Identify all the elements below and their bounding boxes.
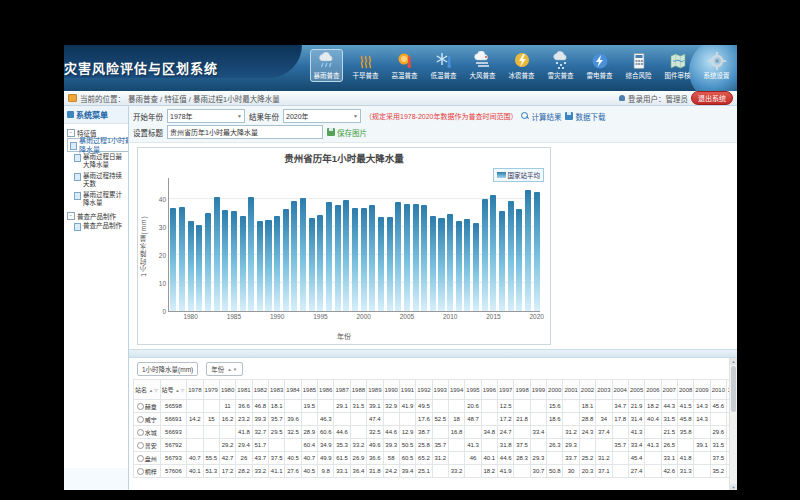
radio-icon[interactable]: [137, 403, 144, 410]
sidebar-item[interactable]: 暴雨过程持续天数: [67, 171, 127, 190]
bar-2007[interactable]: [421, 205, 427, 311]
col-year-2005[interactable]: 2005: [628, 380, 644, 400]
module-1[interactable]: 暴雨普查: [310, 49, 343, 82]
col-year-1994[interactable]: 1994: [448, 380, 464, 400]
bar-2018[interactable]: [516, 209, 522, 311]
module-9[interactable]: 综合风险: [622, 49, 655, 82]
sidebar-item[interactable]: 暴雨过程1小时最大降水量: [67, 138, 129, 152]
bar-1987[interactable]: [248, 197, 254, 311]
bar-1982[interactable]: [205, 213, 211, 311]
bar-1997[interactable]: [335, 205, 341, 311]
col-year-2008[interactable]: 2008: [677, 380, 693, 400]
col-year-1995[interactable]: 1995: [465, 380, 481, 400]
bar-2005[interactable]: [404, 204, 410, 311]
station-name[interactable]: 水城: [134, 426, 161, 439]
bar-1983[interactable]: [214, 197, 220, 311]
bar-1980[interactable]: [188, 221, 194, 311]
logout-button[interactable]: 退出系统: [691, 91, 733, 105]
col-year-1993[interactable]: 1993: [432, 380, 448, 400]
bar-1992[interactable]: [291, 201, 297, 311]
radio-icon[interactable]: [137, 468, 144, 475]
bar-2015[interactable]: [490, 195, 496, 311]
bar-2012[interactable]: [464, 219, 470, 311]
col-year-2001[interactable]: 2001: [563, 380, 579, 400]
bar-1985[interactable]: [231, 211, 237, 312]
col-year-2003[interactable]: 2003: [596, 380, 612, 400]
splitter-bar[interactable]: [129, 349, 737, 358]
bar-1991[interactable]: [283, 209, 289, 311]
calculate-button[interactable]: 计算结果: [521, 111, 561, 122]
table-row[interactable]: 威宁5669114.21516.223.239.335.739.646.347.…: [134, 413, 738, 426]
bar-1994[interactable]: [309, 218, 315, 311]
col-year-1985[interactable]: 1985: [301, 380, 317, 400]
radio-icon[interactable]: [137, 416, 144, 423]
module-8[interactable]: 雷电普查: [583, 49, 616, 82]
sidebar-item[interactable]: 暴雨过程日最大降水量: [67, 152, 127, 171]
col-year-1981[interactable]: 1981: [236, 380, 252, 400]
bar-2011[interactable]: [456, 221, 462, 311]
breadcrumb[interactable]: 暴雨普查 / 特征值 / 暴雨过程1小时最大降水量: [128, 93, 280, 104]
bar-1988[interactable]: [257, 221, 263, 311]
col-year-1989[interactable]: 1989: [367, 380, 383, 400]
start-year-select[interactable]: 1978年 ▼: [167, 109, 245, 123]
module-2[interactable]: 干旱普查: [349, 49, 382, 82]
module-10[interactable]: 图件审核: [661, 49, 694, 82]
station-name[interactable]: 盘州: [134, 452, 161, 465]
module-7[interactable]: 雪灾普查: [544, 49, 577, 82]
bar-2000[interactable]: [361, 208, 367, 311]
vertical-scrollbar[interactable]: ▲ ▼: [729, 358, 737, 490]
col-year-1978[interactable]: 1978: [187, 380, 203, 400]
save-image-button[interactable]: 保存图片: [327, 127, 367, 138]
bar-1993[interactable]: [300, 198, 306, 311]
bar-2020[interactable]: [534, 192, 540, 311]
bar-2010[interactable]: [447, 214, 453, 311]
bar-1998[interactable]: [343, 200, 349, 311]
bar-2019[interactable]: [525, 190, 531, 311]
col-station-id[interactable]: 站号 ▲▽: [160, 380, 187, 400]
col-year-1983[interactable]: 1983: [268, 380, 284, 400]
col-year-2000[interactable]: 2000: [547, 380, 563, 400]
bar-2008[interactable]: [430, 216, 436, 311]
bar-1978[interactable]: [170, 208, 176, 311]
bar-2002[interactable]: [378, 217, 384, 311]
col-year-1988[interactable]: 1988: [350, 380, 366, 400]
bar-2004[interactable]: [395, 202, 401, 311]
col-station-name[interactable]: 站名 ▲▽: [134, 380, 161, 400]
table-row[interactable]: 普安5679229.229.451.760.434.935.333.249.63…: [134, 439, 738, 452]
scrollbar-thumb[interactable]: [731, 366, 736, 412]
year-filter[interactable]: 年份 ▲▼: [206, 362, 243, 376]
station-name[interactable]: 威宁: [134, 413, 161, 426]
col-year-1979[interactable]: 1979: [203, 380, 219, 400]
bar-1989[interactable]: [265, 220, 271, 311]
col-year-1998[interactable]: 1998: [514, 380, 530, 400]
col-year-2010[interactable]: 2010: [710, 380, 726, 400]
chart-title-input[interactable]: 贵州省历年1小时最大降水量: [167, 125, 323, 139]
bar-1996[interactable]: [326, 202, 332, 311]
bar-2017[interactable]: [508, 201, 514, 311]
collapse-icon[interactable]: −: [67, 212, 75, 220]
collapse-icon[interactable]: −: [67, 129, 75, 137]
module-6[interactable]: 冰雹普查: [505, 49, 538, 82]
col-year-1990[interactable]: 1990: [383, 380, 399, 400]
table-row[interactable]: 桐梓5760640.151.317.228.233.241.127.640.59…: [134, 465, 738, 478]
bar-2001[interactable]: [369, 205, 375, 311]
col-year-1992[interactable]: 1992: [416, 380, 432, 400]
col-year-1980[interactable]: 1980: [219, 380, 235, 400]
bar-1979[interactable]: [179, 207, 185, 311]
radio-icon[interactable]: [137, 442, 144, 449]
bar-2003[interactable]: [387, 217, 393, 311]
col-year-1986[interactable]: 1986: [318, 380, 334, 400]
sort-filter-icons[interactable]: ▲▽: [149, 388, 159, 393]
bar-2013[interactable]: [473, 223, 479, 311]
module-3[interactable]: 高温普查: [388, 49, 421, 82]
radio-icon[interactable]: [137, 455, 144, 462]
bar-1984[interactable]: [222, 210, 228, 311]
bar-2009[interactable]: [438, 218, 444, 311]
radio-icon[interactable]: [137, 429, 144, 436]
col-year-1984[interactable]: 1984: [285, 380, 301, 400]
bar-1986[interactable]: [240, 216, 246, 311]
bar-2006[interactable]: [413, 204, 419, 311]
col-year-1987[interactable]: 1987: [334, 380, 350, 400]
col-year-1982[interactable]: 1982: [252, 380, 268, 400]
table-row[interactable]: 水城5669341.832.729.532.528.960.644.632.54…: [134, 426, 738, 439]
